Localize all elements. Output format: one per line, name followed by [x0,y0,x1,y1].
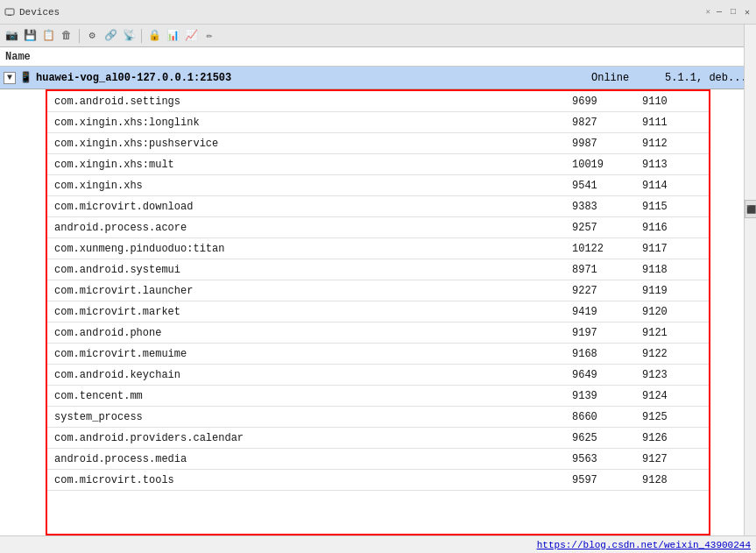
svg-rect-1 [8,15,11,16]
process-debug-port: 9115 [639,201,709,213]
process-pid: 9227 [569,285,639,297]
process-name: com.microvirt.download [47,201,569,213]
table-row[interactable]: com.android.phone91979121 [47,323,709,344]
process-pid: 9383 [569,201,639,213]
toolbar: 📷 💾 📋 🗑 ⚙ 🔗 📡 🔒 📊 📈 ✏ [0,25,756,47]
table-row[interactable]: com.android.settings96999110 [47,91,709,112]
status-link[interactable]: https://blog.csdn.net/weixin_43900244 [537,540,751,550]
table-row[interactable]: com.xingin.xhs:mult100199113 [47,154,709,175]
process-name: com.microvirt.launcher [47,285,569,297]
process-name: com.xingin.xhs [47,180,569,192]
device-version: 5.1.1, deb... [665,72,752,84]
maximize-button[interactable]: □ [728,6,738,18]
screenshot-icon[interactable]: 📷 [4,28,19,44]
delete-icon[interactable]: 🗑 [59,28,74,44]
process-pid: 9419 [569,306,639,318]
process-name: com.xunmeng.pinduoduo:titan [47,243,569,255]
process-name: com.xingin.xhs:pushservice [47,138,569,150]
separator-2 [141,29,142,43]
copy-icon[interactable]: 📋 [40,28,56,44]
right-panel: ⬛ [744,25,756,553]
process-debug-port: 9122 [639,348,709,360]
process-pid: 9563 [569,453,639,465]
process-name: com.android.phone [47,327,569,339]
table-row[interactable]: com.xingin.xhs:pushservice99879112 [47,133,709,154]
process-name: com.android.providers.calendar [47,432,569,444]
graph-icon[interactable]: 📈 [183,28,199,44]
device-row[interactable]: ▼ 📱 huawei-vog_al00-127.0.0.1:21503 Onli… [0,67,756,89]
table-row[interactable]: com.xingin.xhs:longlink98279111 [47,112,709,133]
table-row[interactable]: android.process.media95639127 [47,449,709,470]
process-name: com.tencent.mm [47,390,569,402]
table-row[interactable]: com.android.providers.calendar96259126 [47,428,709,449]
close-button[interactable]: ✕ [742,6,752,18]
settings-icon[interactable]: ⚙ [84,28,100,44]
right-panel-tab[interactable]: ⬛ [745,200,757,218]
table-row[interactable]: com.microvirt.launcher92279119 [47,280,709,301]
process-debug-port: 9118 [639,264,709,276]
table-row[interactable]: com.tencent.mm91399124 [47,386,709,407]
svg-rect-0 [5,9,14,15]
process-name: system_process [47,411,569,423]
process-pid: 10122 [569,243,639,255]
process-debug-port: 9121 [639,327,709,339]
expand-button[interactable]: ▼ [4,72,16,84]
link-icon[interactable]: 🔗 [102,28,118,44]
process-pid: 8660 [569,411,639,423]
process-debug-port: 9125 [639,411,709,423]
process-name: com.xingin.xhs:longlink [47,117,569,129]
process-name: com.microvirt.market [47,306,569,318]
window-controls[interactable]: — □ ✕ [714,6,752,18]
process-debug-port: 9117 [639,243,709,255]
name-column-label: Name [5,51,31,63]
process-pid: 9139 [569,390,639,402]
table-row[interactable]: system_process86609125 [47,407,709,428]
table-row[interactable]: com.microvirt.download93839115 [47,196,709,217]
process-debug-port: 9126 [639,432,709,444]
process-debug-port: 9112 [639,138,709,150]
save-icon[interactable]: 💾 [22,28,38,44]
process-name: com.android.keychain [47,369,569,381]
process-debug-port: 9113 [639,159,709,171]
process-debug-port: 9123 [639,369,709,381]
status-bar: https://blog.csdn.net/weixin_43900244 [0,535,756,553]
process-pid: 9197 [569,327,639,339]
device-status: Online [591,72,661,84]
table-row[interactable]: com.android.keychain96499123 [47,365,709,386]
process-pid: 9597 [569,474,639,486]
table-row[interactable]: com.microvirt.market94199120 [47,301,709,323]
process-pid: 9168 [569,348,639,360]
process-pid: 9541 [569,180,639,192]
process-debug-port: 9119 [639,285,709,297]
process-name: com.android.settings [47,96,569,108]
process-name: com.microvirt.memuime [47,348,569,360]
process-debug-port: 9114 [639,180,709,192]
process-debug-port: 9128 [639,474,709,486]
device-icon: 📱 [19,71,32,84]
network-icon[interactable]: 📡 [121,28,137,44]
process-name: com.xingin.xhs:mult [47,159,569,171]
minimize-button[interactable]: — [714,6,724,18]
process-pid: 9257 [569,222,639,234]
process-debug-port: 9111 [639,117,709,129]
table-row[interactable]: com.xingin.xhs95419114 [47,175,709,196]
table-row[interactable]: com.microvirt.memuime91689122 [47,344,709,365]
chart-icon[interactable]: 📊 [165,28,180,44]
devices-icon [4,6,16,18]
process-pid: 9625 [569,432,639,444]
process-debug-port: 9127 [639,453,709,465]
table-row[interactable]: com.microvirt.tools95979128 [47,470,709,491]
device-name: huawei-vog_al00-127.0.0.1:21503 [36,72,588,84]
edit-icon[interactable]: ✏ [201,28,217,44]
table-row[interactable]: android.process.acore92579116 [47,217,709,238]
lock-icon[interactable]: 🔒 [146,28,162,44]
process-pid: 8971 [569,264,639,276]
main-content: Name ▼ 📱 huawei-vog_al00-127.0.0.1:21503… [0,47,756,535]
process-name: android.process.media [47,453,569,465]
table-row[interactable]: com.android.systemui89719118 [47,259,709,280]
process-pid: 9699 [569,96,639,108]
table-row[interactable]: com.xunmeng.pinduoduo:titan101229117 [47,238,709,259]
process-name: com.microvirt.tools [47,474,569,486]
process-pid: 10019 [569,159,639,171]
column-header: Name [0,47,756,67]
